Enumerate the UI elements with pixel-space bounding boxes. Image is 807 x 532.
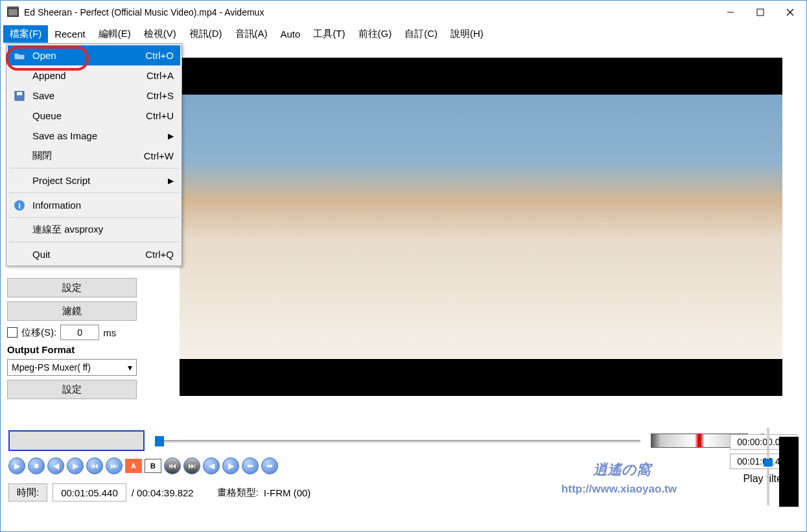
close-button[interactable] — [775, 3, 805, 22]
frame-type-label: 畫格類型: — [217, 487, 259, 499]
frame-type-value: I-FRM (00) — [264, 487, 311, 498]
info-icon: i — [13, 199, 26, 212]
set-marker-a-button[interactable]: A — [125, 459, 142, 473]
time-input[interactable]: 00:01:05.440 — [53, 483, 126, 502]
output-format-combo[interactable]: Mpeg-PS Muxer( ff) ▾ — [7, 359, 137, 376]
duration-label: / 00:04:39.822 — [132, 487, 194, 498]
timeline-slider[interactable] — [155, 431, 640, 450]
shift-spinbox[interactable]: 0 — [60, 325, 99, 340]
menu-custom[interactable]: 自訂(C) — [398, 25, 444, 43]
menu-video[interactable]: 視訊(D) — [183, 25, 229, 43]
goto-start-button[interactable]: ⏮ — [164, 457, 181, 474]
set-marker-b-button[interactable]: B — [145, 459, 161, 473]
vslider-handle[interactable] — [764, 459, 773, 467]
video-preview[interactable] — [180, 58, 782, 396]
volume-slider[interactable] — [761, 428, 775, 505]
svg-rect-2 — [7, 6, 19, 8]
next-black-button[interactable]: ▶ — [222, 457, 239, 474]
shift-checkbox[interactable] — [7, 327, 18, 338]
menu-item-save-as-image[interactable]: Save as Image ▶ — [8, 126, 180, 146]
video-frame-content — [180, 95, 782, 358]
menu-item-queue[interactable]: Queue Ctrl+U — [8, 106, 180, 126]
output-format-label: Output Format — [7, 344, 147, 355]
svg-rect-8 — [17, 92, 22, 95]
menu-recent[interactable]: Recent — [48, 26, 92, 42]
minimize-button[interactable] — [716, 3, 745, 22]
menu-auto[interactable]: Auto — [274, 26, 307, 42]
slider-handle[interactable] — [155, 436, 164, 446]
svg-rect-4 — [757, 9, 764, 16]
menu-item-close[interactable]: 關閉 Ctrl+W — [8, 146, 180, 166]
open-icon — [13, 49, 26, 62]
menu-help[interactable]: 說明(H) — [444, 25, 490, 43]
separator — [9, 217, 179, 218]
window-title: Ed Sheeran - Perfect (Official Music Vid… — [24, 7, 716, 17]
separator — [9, 168, 179, 168]
menu-item-append[interactable]: Append Ctrl+A — [8, 65, 180, 86]
configure-output-button[interactable]: 設定 — [7, 380, 137, 399]
menu-item-avsproxy[interactable]: 連線至 avsproxy — [8, 220, 180, 240]
prev-frame-button[interactable]: ◀ — [47, 457, 64, 474]
titlebar: Ed Sheeran - Perfect (Official Music Vid… — [1, 1, 806, 24]
save-icon — [13, 89, 26, 102]
vu-meter — [779, 437, 799, 507]
goto-end-button[interactable]: ⏭ — [183, 457, 200, 474]
transport-bar: ▶ ■ ◀ ▶ ⏮ ⏭ A B ⏮ ⏭ ◀ ▶ ⬅ ➡ — [8, 457, 799, 474]
configure-button[interactable]: 設定 — [7, 278, 137, 297]
play-button[interactable]: ▶ — [8, 457, 25, 474]
svg-text:i: i — [18, 201, 21, 211]
file-menu-dropdown: Open Ctrl+O Append Ctrl+A Save Ctrl+S Qu… — [6, 43, 182, 266]
menu-view[interactable]: 檢視(V) — [137, 25, 183, 43]
menu-item-open[interactable]: Open Ctrl+O — [8, 45, 180, 65]
menu-item-information[interactable]: i Information — [8, 195, 180, 215]
chevron-down-icon: ▾ — [128, 362, 132, 373]
next-frame-button[interactable]: ▶ — [67, 457, 84, 474]
menu-audio[interactable]: 音訊(A) — [229, 25, 274, 43]
app-icon — [6, 5, 20, 19]
separator — [9, 192, 179, 193]
menu-file[interactable]: 檔案(F) — [3, 25, 48, 43]
menu-goto[interactable]: 前往(G) — [352, 25, 399, 43]
submenu-arrow-icon: ▶ — [168, 176, 174, 185]
prev-black-button[interactable]: ◀ — [203, 457, 220, 474]
menu-edit[interactable]: 編輯(E) — [92, 25, 137, 43]
next-keyframe-button[interactable]: ⏭ — [106, 457, 123, 474]
maximize-button[interactable] — [745, 3, 775, 22]
filters-button[interactable]: 濾鏡 — [7, 301, 137, 321]
separator — [9, 242, 179, 242]
next-cut-button[interactable]: ➡ — [261, 457, 278, 474]
shift-label: 位移(S): — [21, 327, 56, 339]
selection-thumbnail[interactable] — [8, 430, 145, 451]
stop-button[interactable]: ■ — [28, 457, 45, 474]
svg-rect-1 — [8, 9, 18, 16]
bottom-controls: ▶ ■ ◀ ▶ ⏮ ⏭ A B ⏮ ⏭ ◀ ▶ ⬅ ➡ 時間: 00:01:05… — [1, 428, 806, 531]
prev-cut-button[interactable]: ⬅ — [242, 457, 259, 474]
menu-item-quit[interactable]: Quit Ctrl+Q — [8, 244, 180, 264]
menu-item-project-script[interactable]: Project Script ▶ — [8, 170, 180, 191]
menu-tools[interactable]: 工具(T) — [307, 25, 351, 43]
prev-keyframe-button[interactable]: ⏮ — [86, 457, 103, 474]
submenu-arrow-icon: ▶ — [168, 132, 174, 141]
menu-item-save[interactable]: Save Ctrl+S — [8, 86, 180, 106]
time-label: 時間: — [8, 483, 47, 502]
shift-unit: ms — [103, 327, 116, 338]
menubar: 檔案(F) Recent 編輯(E) 檢視(V) 視訊(D) 音訊(A) Aut… — [1, 24, 806, 43]
